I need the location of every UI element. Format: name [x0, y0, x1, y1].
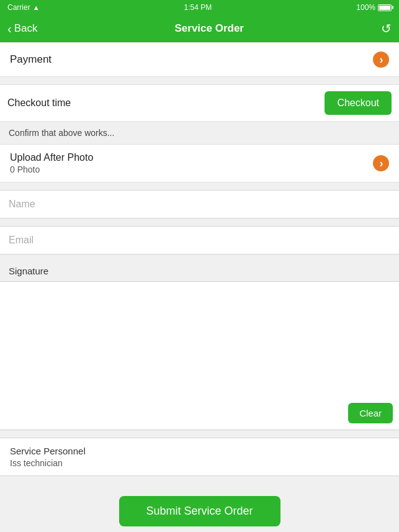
email-field-wrapper: [0, 226, 399, 255]
refresh-button[interactable]: ↺: [381, 21, 392, 36]
status-bar-left: Carrier ▲: [7, 3, 40, 12]
checkout-button[interactable]: Checkout: [325, 91, 392, 115]
battery-icon: [378, 4, 392, 11]
confirm-text: Confirm that above works...: [0, 122, 399, 144]
back-label: Back: [14, 22, 38, 35]
back-chevron-icon: ‹: [7, 22, 12, 36]
carrier-label: Carrier: [7, 3, 30, 12]
checkout-label: Checkout time: [7, 97, 71, 109]
signature-canvas[interactable]: [0, 282, 399, 425]
signature-label: Signature: [0, 262, 399, 280]
name-field-wrapper: [0, 190, 399, 219]
nav-bar: ‹ Back Service Order ↺: [0, 15, 399, 42]
status-bar-right: 100%: [356, 3, 392, 12]
submit-area: Submit Service Order: [0, 486, 399, 532]
payment-chevron-button[interactable]: [373, 52, 389, 68]
main-content: Payment Checkout time Checkout Confirm t…: [0, 42, 399, 532]
signature-box[interactable]: Clear: [0, 281, 399, 430]
personnel-name: Iss technician: [10, 458, 389, 468]
submit-button[interactable]: Submit Service Order: [119, 496, 280, 526]
name-input[interactable]: [0, 191, 399, 218]
battery-percent: 100%: [356, 3, 375, 12]
upload-info: Upload After Photo 0 Photo: [10, 152, 93, 174]
status-bar: Carrier ▲ 1:54 PM 100%: [0, 0, 399, 15]
checkout-row: Checkout time Checkout: [0, 84, 399, 122]
upload-title: Upload After Photo: [10, 152, 93, 163]
service-personnel-row: Service Personnel Iss technician: [0, 438, 399, 476]
payment-label: Payment: [10, 53, 52, 66]
email-input[interactable]: [0, 227, 399, 254]
back-button[interactable]: ‹ Back: [7, 22, 37, 36]
upload-chevron-button[interactable]: [373, 155, 389, 171]
upload-photo-row[interactable]: Upload After Photo 0 Photo: [0, 144, 399, 183]
wifi-icon: ▲: [33, 4, 40, 11]
clear-button[interactable]: Clear: [348, 403, 393, 423]
upload-subtitle: 0 Photo: [10, 165, 93, 174]
nav-title: Service Order: [174, 22, 244, 35]
status-bar-time: 1:54 PM: [184, 3, 212, 12]
personnel-title: Service Personnel: [10, 446, 389, 456]
payment-row[interactable]: Payment: [0, 42, 399, 77]
